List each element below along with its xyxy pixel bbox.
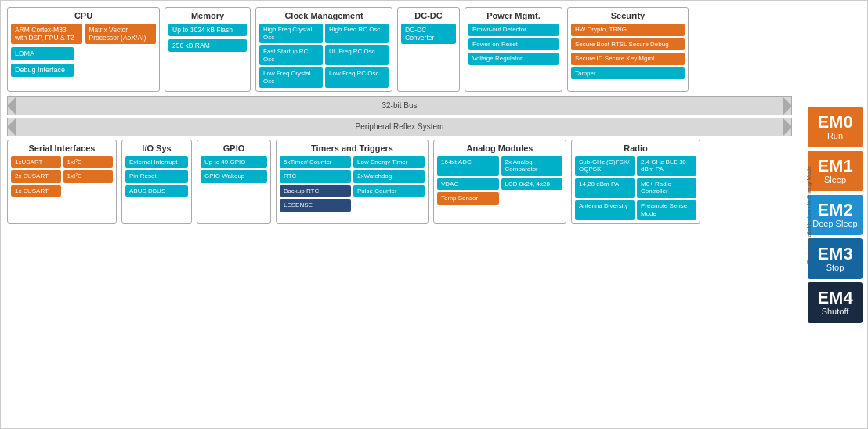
ios-ext-int: External Interrupt [125, 156, 188, 169]
dcdc-converter: DC-DC Converter [401, 24, 456, 44]
em4-block: EM4 Shutoff [808, 282, 863, 323]
timer-pulse: Pulse Counter [353, 185, 425, 198]
gpio-49: Up to 49 GPIO [201, 156, 267, 169]
em1-id: EM1 [817, 158, 852, 175]
radio-controller: M0+ Radio Controller [637, 178, 696, 198]
diagram-area: CPU ARM Cortex-M33 with DSP, FPU & TZ Ma… [1, 1, 798, 428]
serial-i2c2: 1xI²C [63, 170, 114, 183]
em2-label: Deep Sleep [812, 219, 858, 228]
power-block: Power Mgmt. Brown-out Detector Power-on-… [465, 7, 562, 92]
em1-label: Sleep [824, 175, 846, 184]
timer-5x: 5xTimer/ Counter [280, 156, 351, 169]
bus-reflex-label: Peripheral Reflex System [356, 122, 444, 131]
bus-32bit-label: 32-bit Bus [382, 101, 417, 110]
em3-block: EM3 Stop [808, 238, 863, 279]
analog-lcd: LCD 8x24, 4x28 [501, 178, 563, 191]
gpio-wakeup: GPIO Wakeup [201, 170, 267, 183]
clock-fast-rc: Fast Startup RC Osc [259, 45, 323, 65]
gpio-title: GPIO [201, 144, 267, 153]
clock-lf-rc: Low Freq RC Osc [325, 67, 389, 87]
analog-adc: 16-bit ADC [437, 156, 499, 176]
power-bod: Brown-out Detector [468, 24, 559, 36]
em3-id: EM3 [817, 245, 852, 263]
dcdc-block: DC-DC DC-DC Converter [397, 7, 460, 92]
em3-label: Stop [826, 263, 844, 272]
radio-antenna: Antenna Diversity [575, 200, 635, 220]
timers-block: Timers and Triggers 5xTimer/ Counter Low… [276, 140, 429, 224]
serial-block: Serial Interfaces 1xUSART 1xI²C 2x EUSAR… [7, 140, 117, 224]
memory-ram: 256 kB RAM [168, 39, 247, 52]
em-sidebar: Feature available down to Energy Mode EM… [798, 1, 867, 428]
timers-title: Timers and Triggers [280, 144, 425, 153]
power-por: Power-on-Reset [468, 38, 559, 51]
cpu-title: CPU [11, 11, 156, 20]
memory-block: Memory Up to 1024 kB Flash 256 kB RAM [165, 7, 251, 92]
serial-eusart2: 2x EUSART [11, 170, 61, 183]
security-title: Security [571, 11, 685, 20]
clock-hf-crystal: High Freq Crystal Osc [259, 24, 323, 43]
em0-label: Run [827, 131, 843, 140]
analog-comp: 2x Analog Comparator [501, 156, 563, 176]
security-id: Secure ID Secure Key Mgmt [571, 53, 685, 65]
security-crypto: HW Crypto, TRNG [571, 24, 685, 36]
em4-id: EM4 [817, 289, 852, 307]
main-container: CPU ARM Cortex-M33 with DSP, FPU & TZ Ma… [0, 0, 868, 429]
radio-block: Radio Sub-GHz (G)FSK/ OQPSK 2.4 GHz BLE … [571, 140, 700, 224]
em1-block: EM1 Sleep [808, 151, 863, 191]
em0-id: EM0 [817, 114, 852, 131]
analog-title: Analog Modules [437, 144, 562, 153]
em0-block: EM0 Run [808, 107, 863, 147]
analog-block: Analog Modules 16-bit ADC 2x Analog Comp… [433, 140, 566, 224]
cpu-chip-debug: Debug Interface [11, 64, 74, 77]
ios-title: I/O Sys [125, 144, 188, 153]
serial-eusart1: 1x EUSART [11, 185, 61, 198]
power-title: Power Mgmt. [468, 11, 559, 20]
cpu-block: CPU ARM Cortex-M33 with DSP, FPU & TZ Ma… [7, 7, 160, 92]
clock-title: Clock Management [259, 11, 389, 20]
timer-rtc: RTC [280, 170, 351, 183]
clock-hf-rc: High Freq RC Osc [325, 24, 389, 43]
ios-pin-reset: Pin Reset [125, 170, 188, 183]
clock-block: Clock Management High Freq Crystal Osc H… [255, 7, 392, 92]
security-block: Security HW Crypto, TRNG Secure Boot RTS… [567, 7, 689, 92]
em2-block: EM2 Deep Sleep [808, 195, 863, 235]
ios-abus: ABUS DBUS [125, 185, 188, 198]
security-boot: Secure Boot RTSL Secure Debug [571, 38, 685, 51]
em4-label: Shutoff [822, 307, 849, 316]
cpu-chip-ldma: LDMA [11, 47, 74, 60]
radio-subghz: Sub-GHz (G)FSK/ OQPSK [575, 156, 635, 176]
ios-block: I/O Sys External Interrupt Pin Reset ABU… [121, 140, 192, 224]
timer-lesense: LESENSE [280, 199, 351, 212]
bus-section: 32-bit Bus Peripheral Reflex System [7, 96, 792, 136]
feature-text: Feature available down to Energy Mode [806, 166, 812, 264]
timer-le: Low Energy Timer [353, 156, 425, 169]
radio-24ghz: 2.4 GHz BLE 10 dBm PA [637, 156, 696, 176]
cpu-chip-cortex: ARM Cortex-M33 with DSP, FPU & TZ [11, 24, 82, 44]
bus-reflex: Peripheral Reflex System [7, 118, 792, 136]
timer-backup-rtc: Backup RTC [280, 185, 351, 198]
dcdc-title: DC-DC [401, 11, 456, 20]
bus-32bit: 32-bit Bus [7, 96, 792, 115]
bottom-section: Serial Interfaces 1xUSART 1xI²C 2x EUSAR… [7, 140, 792, 224]
analog-temp: Temp Sensor [437, 192, 499, 205]
power-vreg: Voltage Regulator [468, 53, 559, 65]
top-section: CPU ARM Cortex-M33 with DSP, FPU & TZ Ma… [7, 7, 792, 92]
analog-vdac: VDAC [437, 178, 499, 191]
timer-watchdog: 2xWatchdog [353, 170, 425, 183]
serial-title: Serial Interfaces [11, 144, 113, 153]
memory-title: Memory [168, 11, 247, 20]
serial-i2c1: 1xI²C [63, 156, 114, 169]
radio-title: Radio [575, 144, 696, 153]
serial-usart: 1xUSART [11, 156, 61, 169]
clock-ul-rc: UL Freq RC Osc [325, 45, 389, 65]
em2-id: EM2 [817, 202, 852, 219]
cpu-chip-matrix: Matrix Vector Processor (AoX/AI) [85, 24, 157, 44]
memory-flash: Up to 1024 kB Flash [168, 24, 247, 36]
radio-preamble: Preamble Sense Mode [637, 200, 696, 220]
security-tamper: Tamper [571, 67, 685, 80]
gpio-block: GPIO Up to 49 GPIO GPIO Wakeup [197, 140, 271, 224]
clock-lf-crystal: Low Freq Crystal Osc [259, 67, 323, 87]
radio-pa: 14,20 dBm PA [575, 178, 635, 198]
